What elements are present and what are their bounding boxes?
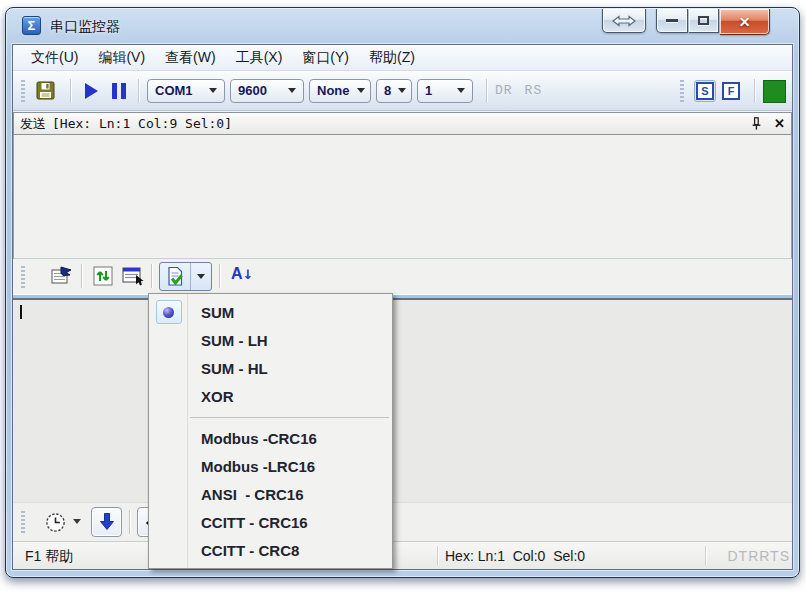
- checksum-dropdown-menu: SUMSUM - LHSUM - HLXORModbus -CRC16Modbu…: [148, 293, 393, 569]
- selected-radio-icon: [156, 300, 182, 324]
- checksum-menu-item[interactable]: SUM: [149, 298, 392, 326]
- chevron-down-icon: [209, 88, 217, 93]
- statusbar-separator: [437, 546, 438, 566]
- refresh-button[interactable]: [91, 264, 115, 288]
- chevron-down-icon: [357, 88, 365, 93]
- minimize-button[interactable]: [656, 9, 688, 33]
- main-toolbar: COM1 9600 None 8 1: [13, 71, 792, 111]
- close-icon: ✕: [739, 14, 751, 30]
- string-mode-button[interactable]: S: [694, 80, 716, 102]
- panel-close-icon[interactable]: ✕: [774, 117, 785, 130]
- send-button[interactable]: [91, 507, 122, 537]
- editor-area[interactable]: [13, 300, 792, 502]
- statusbar: F1 帮助 Hex: Ln:1 Col:0 Sel:0 DTRRTS: [13, 541, 792, 569]
- menubar-item[interactable]: 文件(U): [21, 49, 88, 67]
- status-caret-info: Hex: Ln:1 Col:0 Sel:0: [445, 548, 585, 564]
- edit-list-button[interactable]: [121, 264, 145, 288]
- toolbar-separator: [70, 79, 71, 103]
- timer-button[interactable]: [43, 510, 67, 534]
- minimize-icon: [666, 19, 678, 22]
- checksum-menu-item[interactable]: XOR: [149, 382, 392, 410]
- rs-signal-label: RS: [525, 83, 543, 98]
- checksum-menu-item[interactable]: SUM - HL: [149, 354, 392, 382]
- checksum-menu-item[interactable]: SUM - LH: [149, 326, 392, 354]
- file-mode-button[interactable]: F: [720, 80, 742, 102]
- close-button[interactable]: ✕: [720, 9, 770, 35]
- menubar-item[interactable]: 编辑(V): [88, 49, 155, 67]
- text-caret: [20, 305, 22, 319]
- f-mode-icon: F: [722, 82, 740, 100]
- menu-separator: [149, 410, 392, 424]
- send-caret-info: [Hex: Ln:1 Col:9 Sel:0]: [52, 116, 232, 131]
- status-signals-text: DTRRTS: [727, 548, 790, 564]
- checksum-menu-item[interactable]: ANSI - CRC16: [149, 480, 392, 508]
- toolbar-right-cluster: S F: [680, 71, 786, 111]
- toolbar-separator: [486, 79, 487, 103]
- sort-letter: A: [231, 266, 243, 282]
- menubar-item[interactable]: 工具(X): [226, 49, 293, 67]
- checksum-split-button[interactable]: [159, 262, 212, 291]
- toolbar-grip[interactable]: [680, 80, 684, 102]
- refresh-icon: [92, 265, 114, 287]
- send-panel-header[interactable]: 发送 [Hex: Ln:1 Col:9 Sel:0] ✕: [13, 112, 792, 135]
- start-button[interactable]: [79, 83, 112, 99]
- port-combobox[interactable]: COM1: [147, 79, 225, 103]
- window-title: 串口监控器: [50, 18, 120, 36]
- titlebar[interactable]: Σ 串口监控器 ✕: [6, 8, 799, 44]
- parity-combobox[interactable]: None: [309, 79, 371, 103]
- stopbits-value: 1: [425, 83, 450, 98]
- menubar-item[interactable]: 查看(W): [155, 49, 226, 67]
- checksum-dropdown-arrow[interactable]: [190, 263, 211, 290]
- checksum-menu-item[interactable]: CCITT - CRC16: [149, 508, 392, 536]
- menubar: 文件(U)编辑(V)查看(W)工具(X)窗口(Y)帮助(Z): [13, 45, 792, 71]
- menu-item-label: CCITT - CRC16: [188, 514, 308, 531]
- pin-icon[interactable]: [749, 116, 764, 131]
- pause-button[interactable]: [112, 83, 130, 99]
- toolbar-separator: [151, 264, 152, 288]
- bottom-toolbar: [13, 502, 792, 541]
- checksum-menu-item[interactable]: Modbus -LRC16: [149, 452, 392, 480]
- chevron-down-icon: [398, 88, 406, 93]
- sort-arrow-icon: ↓: [243, 268, 254, 282]
- restore-size-button[interactable]: [602, 9, 646, 33]
- properties-button[interactable]: [49, 264, 73, 288]
- app-icon: Σ: [22, 16, 41, 35]
- baudrate-combobox[interactable]: 9600: [230, 79, 304, 103]
- menu-item-label: SUM: [188, 304, 234, 321]
- databits-value: 8: [384, 83, 391, 98]
- menubar-item[interactable]: 帮助(Z): [359, 49, 425, 67]
- databits-combobox[interactable]: 8: [376, 79, 412, 103]
- menu-item-label: CCITT - CRC8: [188, 542, 299, 559]
- checksum-button[interactable]: [160, 263, 190, 290]
- maximize-icon: [698, 16, 709, 25]
- menu-item-label: XOR: [188, 388, 234, 405]
- menu-item-label: SUM - LH: [188, 332, 268, 349]
- save-button[interactable]: [35, 80, 56, 101]
- menu-item-label: ANSI - CRC16: [188, 486, 304, 503]
- s-mode-icon: S: [696, 82, 714, 100]
- toolbar-grip[interactable]: [21, 511, 25, 533]
- toolbar-grip[interactable]: [21, 266, 25, 288]
- maximize-button[interactable]: [689, 9, 719, 33]
- send-panel-title: 发送: [20, 115, 46, 133]
- clock-icon: [44, 511, 67, 534]
- sort-button[interactable]: A ↓: [231, 266, 253, 282]
- menubar-item[interactable]: 窗口(Y): [292, 49, 359, 67]
- checksum-icon: [165, 266, 185, 287]
- checksum-menu-item[interactable]: CCITT - CRC8: [149, 536, 392, 564]
- parity-value: None: [317, 83, 350, 98]
- send-down-icon: [96, 511, 118, 533]
- toolbar-separator: [129, 510, 130, 534]
- app-window: Σ 串口监控器 ✕ 文件(U)编辑(V)查看(W)工具(X)窗口(Y)帮助(Z): [5, 7, 800, 578]
- connection-indicator: [763, 80, 786, 103]
- menu-item-label: Modbus -LRC16: [188, 458, 315, 475]
- save-icon: [35, 80, 56, 101]
- stopbits-combobox[interactable]: 1: [417, 79, 473, 103]
- checksum-menu-item[interactable]: Modbus -CRC16: [149, 424, 392, 452]
- send-text-area[interactable]: [13, 135, 792, 259]
- toolbar-grip[interactable]: [21, 80, 25, 102]
- toolbar-separator: [754, 79, 755, 103]
- timer-dropdown-arrow[interactable]: [71, 515, 83, 527]
- chevron-down-icon: [73, 519, 81, 524]
- menu-item-label: SUM - HL: [188, 360, 268, 377]
